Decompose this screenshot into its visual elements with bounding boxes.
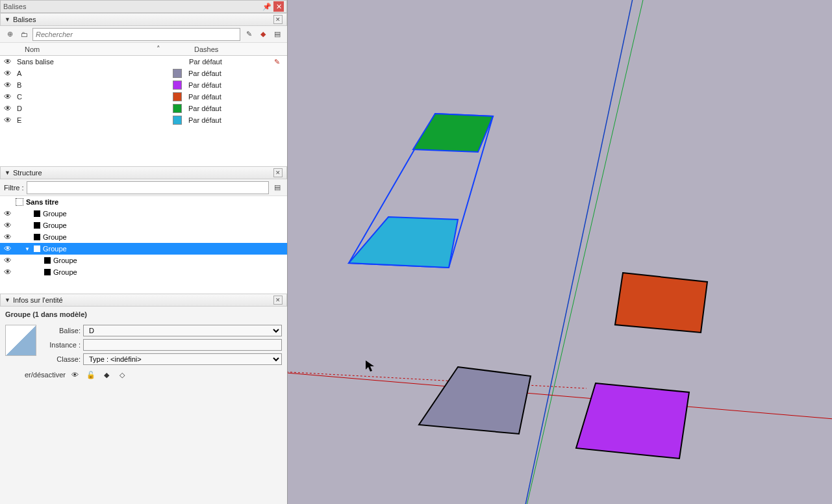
outliner-root[interactable]: Sans titre: [0, 196, 287, 208]
shape-gray[interactable]: [419, 367, 531, 434]
section-header-entity[interactable]: ▼ Infos sur l'entité ✕: [0, 294, 287, 307]
outliner-item[interactable]: 👁 Groupe: [0, 255, 287, 266]
color-swatch[interactable]: [173, 104, 182, 113]
outliner-item[interactable]: 👁 Groupe: [0, 231, 287, 243]
pin-icon[interactable]: 📌: [262, 1, 272, 12]
lock-toggle-icon[interactable]: 🔓: [85, 369, 97, 381]
balise-select[interactable]: D: [83, 325, 282, 336]
tag-row[interactable]: 👁 C Par défaut: [0, 91, 287, 103]
instance-input[interactable]: [83, 339, 282, 351]
model-icon: [16, 198, 23, 206]
collapse-triangle-icon: ▼: [5, 297, 10, 303]
shadow-toggle-icon[interactable]: ◆: [101, 369, 112, 381]
toggle-label: er/désactiver: [25, 371, 66, 379]
shape-purple[interactable]: [576, 383, 689, 459]
purge-icon[interactable]: ✎: [243, 29, 255, 40]
group-icon: [34, 210, 40, 217]
color-swatch[interactable]: [173, 116, 182, 125]
section-close-entity[interactable]: ✕: [273, 296, 283, 305]
collapse-triangle-icon: ▼: [5, 170, 10, 176]
receive-shadow-icon[interactable]: ◇: [116, 369, 128, 381]
tag-row[interactable]: 👁 D Par défaut: [0, 103, 287, 114]
entity-info-panel: Groupe (1 dans modèle) Balise: D Instanc…: [0, 307, 287, 504]
group-icon: [34, 222, 40, 229]
tag-name-label: E: [16, 116, 165, 124]
instance-label: Instance :: [42, 341, 81, 349]
entity-heading: Groupe (1 dans modèle): [0, 307, 287, 322]
outliner-label: Groupe: [43, 221, 287, 229]
tag-list: 👁 Sans balise Par défaut ✎👁 A Par défaut…: [0, 56, 287, 166]
visibility-eye-icon[interactable]: 👁: [4, 104, 16, 113]
shape-green[interactable]: [413, 114, 493, 152]
dash-label: Par défaut: [182, 69, 287, 77]
section-header-structure[interactable]: ▼ Structure ✕: [0, 166, 287, 179]
color-swatch[interactable]: [173, 81, 182, 90]
visibility-eye-icon[interactable]: 👁: [4, 244, 16, 253]
group-icon: [44, 269, 51, 275]
viewport-3d[interactable]: [288, 0, 832, 504]
color-swatch[interactable]: [173, 69, 182, 78]
search-input[interactable]: [32, 28, 240, 41]
classe-select[interactable]: Type : <indéfini>: [83, 353, 282, 365]
outliner-label: Groupe: [43, 233, 287, 241]
dash-label: Par défaut: [182, 116, 287, 124]
tag-row[interactable]: 👁 B Par défaut: [0, 79, 287, 91]
tag-row[interactable]: 👁 E Par défaut: [0, 114, 287, 126]
visibility-eye-icon[interactable]: 👁: [4, 92, 16, 101]
balise-label: Balise:: [42, 327, 81, 334]
details-icon[interactable]: ▤: [271, 182, 283, 194]
color-by-tag-icon[interactable]: ◆: [257, 29, 269, 40]
tag-name-label: A: [16, 69, 165, 77]
outliner-item[interactable]: 👁 Groupe: [0, 266, 287, 278]
red-axis-solid: [288, 370, 832, 422]
visible-toggle-icon[interactable]: 👁: [69, 369, 81, 381]
group-icon: [34, 246, 40, 252]
group-icon: [34, 234, 40, 240]
section-close-balises[interactable]: ✕: [273, 15, 283, 24]
col-header-dashes[interactable]: Dashes: [164, 45, 287, 53]
filter-input[interactable]: [27, 181, 269, 194]
shape-orange[interactable]: [615, 273, 707, 333]
group-icon: [44, 257, 51, 264]
tag-name-label: D: [16, 105, 165, 112]
visibility-eye-icon[interactable]: 👁: [4, 221, 16, 230]
col-header-name[interactable]: Nom˄: [0, 45, 164, 53]
panel-titlebar: Balises 📌 ✕: [0, 0, 287, 13]
entity-fields: Balise: D Instance : Classe: Type : <ind…: [42, 325, 282, 365]
visibility-eye-icon[interactable]: 👁: [4, 209, 16, 218]
outliner-label: Groupe: [53, 268, 287, 276]
filter-label: Filtre :: [4, 184, 24, 192]
expand-triangle-icon[interactable]: ▼: [25, 246, 31, 252]
outliner-label: Groupe: [53, 257, 287, 264]
tag-name-label: Sans balise: [16, 58, 165, 66]
section-header-balises[interactable]: ▼ Balises ✕: [0, 13, 287, 26]
shape-cyan[interactable]: [349, 217, 458, 268]
visibility-eye-icon[interactable]: 👁: [4, 256, 16, 265]
folder-tag-icon[interactable]: 🗀: [18, 29, 30, 40]
balises-toolbar: ⊕ 🗀 ✎ ◆ ▤: [0, 26, 287, 43]
outliner: Sans titre 👁 Groupe👁 Groupe👁 Groupe👁 ▼ G…: [0, 196, 287, 294]
active-tag-pencil-icon[interactable]: ✎: [274, 58, 287, 66]
outliner-item[interactable]: 👁 Groupe: [0, 220, 287, 231]
left-panel: Balises 📌 ✕ ▼ Balises ✕ ⊕ 🗀 ✎ ◆ ▤ Nom˄ D…: [0, 0, 288, 504]
visibility-eye-icon[interactable]: 👁: [4, 69, 16, 78]
outliner-body: Sans titre 👁 Groupe👁 Groupe👁 Groupe👁 ▼ G…: [0, 196, 287, 294]
details-icon[interactable]: ▤: [271, 29, 283, 40]
add-tag-icon[interactable]: ⊕: [4, 29, 16, 40]
visibility-eye-icon[interactable]: 👁: [4, 268, 16, 277]
dash-label: Par défaut: [182, 93, 287, 101]
tag-row[interactable]: 👁 Sans balise Par défaut ✎: [0, 56, 287, 68]
tag-row[interactable]: 👁 A Par défaut: [0, 68, 287, 79]
close-icon[interactable]: ✕: [273, 1, 284, 12]
cursor-icon: [366, 360, 374, 372]
color-swatch[interactable]: [173, 92, 182, 101]
outliner-label: Groupe: [43, 210, 287, 218]
outliner-item[interactable]: 👁 Groupe: [0, 208, 287, 220]
dash-label: Par défaut: [182, 105, 287, 112]
section-close-structure[interactable]: ✕: [273, 168, 283, 177]
outliner-item[interactable]: 👁 ▼ Groupe: [0, 243, 287, 255]
visibility-eye-icon[interactable]: 👁: [4, 81, 16, 90]
visibility-eye-icon[interactable]: 👁: [4, 116, 16, 125]
visibility-eye-icon[interactable]: 👁: [4, 233, 16, 242]
visibility-eye-icon[interactable]: 👁: [4, 57, 16, 66]
